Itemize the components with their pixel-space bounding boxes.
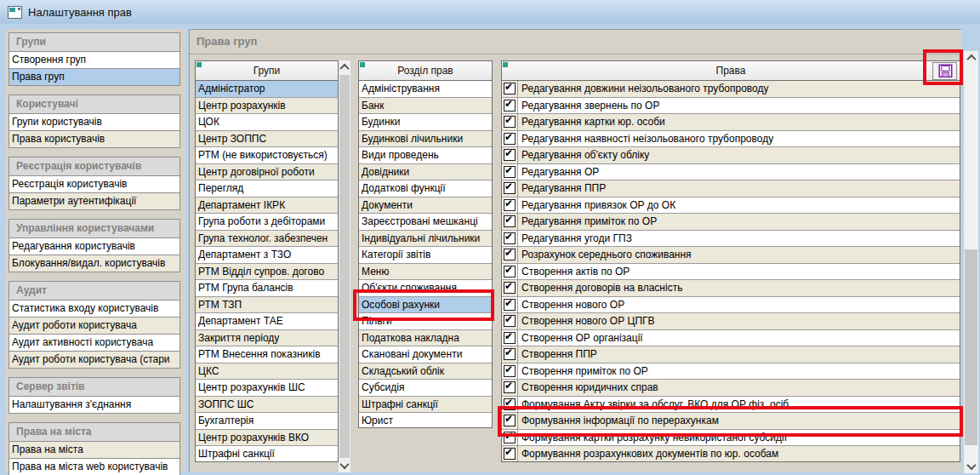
checkbox-checked[interactable] xyxy=(504,299,516,311)
sidebar-item[interactable]: Права на міста web користувачів xyxy=(9,458,179,475)
list-row[interactable]: Особові рахунки xyxy=(359,297,492,314)
scroll-up-icon[interactable] xyxy=(964,51,978,65)
list-row[interactable]: Редагування ОР xyxy=(502,164,960,181)
list-row[interactable]: Редагування ППР xyxy=(502,180,960,197)
panel-scrollbar[interactable] xyxy=(964,51,978,473)
list-row[interactable]: Редагування привязок ОР до ОК xyxy=(502,197,960,215)
sidebar-item[interactable]: Права користувачів xyxy=(9,130,179,147)
groups-scrollbar[interactable] xyxy=(339,60,350,472)
list-row[interactable]: Банк xyxy=(359,98,492,115)
checkbox-checked[interactable] xyxy=(504,83,516,94)
list-row[interactable]: Створення юридичних справ xyxy=(502,380,960,397)
scroll-down-icon[interactable] xyxy=(964,460,978,473)
sidebar-item[interactable]: Реєстрація користувачів xyxy=(9,175,179,192)
sidebar-item[interactable]: Налаштування з'єднання xyxy=(9,396,179,413)
sidebar-item[interactable]: Параметри аутентифікації xyxy=(9,192,179,209)
checkbox-checked[interactable] xyxy=(504,100,516,112)
groups-scrollbar-thumb[interactable] xyxy=(339,75,350,458)
list-row[interactable]: Створення актів по ОР xyxy=(502,264,960,281)
list-row[interactable]: Штрафні санкції xyxy=(196,446,338,462)
list-row[interactable]: Довідники xyxy=(359,164,492,181)
list-row[interactable]: Формування Акту звірки за обслуг. ВКО дл… xyxy=(502,397,960,414)
sidebar-item[interactable]: Групи користувачів xyxy=(9,113,179,130)
list-row[interactable]: Центр розрахунків xyxy=(196,98,338,115)
list-row[interactable]: Об'єкти споживання xyxy=(359,280,492,297)
checkbox-checked[interactable] xyxy=(504,232,516,244)
list-row[interactable]: Центр розрахунків ВКО xyxy=(196,430,338,447)
list-row[interactable]: Адміністратор xyxy=(196,81,338,98)
list-row[interactable]: Індивідуальні лічильники xyxy=(359,231,492,248)
sidebar-item[interactable]: Аудит активності користувача xyxy=(9,334,179,351)
checkbox-checked[interactable] xyxy=(504,415,516,426)
list-row[interactable]: Редагування угоди ГПЗ xyxy=(502,231,960,248)
list-row[interactable]: Редагування довжини неізольованого трубо… xyxy=(502,81,960,98)
list-row[interactable]: Група технолог. забезпечен xyxy=(196,231,338,248)
scroll-down-icon[interactable] xyxy=(339,459,350,472)
list-row[interactable]: Створення ППР xyxy=(502,346,960,363)
list-row[interactable]: Центр розрахунків ШС xyxy=(196,380,338,397)
checkbox-checked[interactable] xyxy=(504,398,516,410)
list-row[interactable]: Документи xyxy=(359,197,492,215)
list-row[interactable]: Скановані документи xyxy=(359,346,492,363)
list-row[interactable]: Бухгалтерія xyxy=(196,413,338,430)
list-row[interactable]: Створення приміток по ОР xyxy=(502,363,960,381)
list-row[interactable]: РТМ Група балансів xyxy=(196,280,338,297)
scroll-up-icon[interactable] xyxy=(339,60,350,74)
list-row[interactable]: Створення ОР організації xyxy=(502,330,960,347)
checkbox-checked[interactable] xyxy=(504,315,516,327)
list-row[interactable]: Центр договірної роботи xyxy=(196,164,338,181)
list-row[interactable]: Зареєстровані мешканці xyxy=(359,214,492,231)
save-button[interactable] xyxy=(932,62,957,80)
list-row[interactable]: Будинкові лічильники xyxy=(359,131,492,148)
sections-list-header[interactable]: Розділ прав xyxy=(359,61,492,81)
list-row[interactable]: Формування інформації по перерахункам xyxy=(502,413,960,430)
sidebar-item[interactable]: Права груп xyxy=(9,68,179,85)
sidebar-item[interactable]: Створення груп xyxy=(9,51,179,68)
checkbox-checked[interactable] xyxy=(504,149,516,161)
list-row[interactable]: Формування розрахункових документів по ю… xyxy=(502,446,960,462)
checkbox-checked[interactable] xyxy=(504,133,516,145)
checkbox-checked[interactable] xyxy=(504,448,516,460)
checkbox-checked[interactable] xyxy=(504,282,516,294)
list-row[interactable]: РТМ Відділ супров. догово xyxy=(196,264,338,281)
checkbox-checked[interactable] xyxy=(504,332,516,344)
panel-scrollbar-thumb[interactable] xyxy=(965,249,977,445)
list-row[interactable]: РТМ Внесення показників xyxy=(196,346,338,363)
sidebar-item[interactable]: Редагування користувачів xyxy=(9,238,179,255)
list-row[interactable]: ЦКС xyxy=(196,363,338,381)
list-row[interactable]: Категорії звітів xyxy=(359,247,492,264)
list-row[interactable]: Додаткові функції xyxy=(359,180,492,197)
list-row[interactable]: Редагування картки юр. особи xyxy=(502,114,960,131)
list-row[interactable]: Департамент ТАЕ xyxy=(196,313,338,330)
list-row[interactable]: Департамент ІКРК xyxy=(196,197,338,215)
checkbox-checked[interactable] xyxy=(504,432,516,444)
checkbox-checked[interactable] xyxy=(504,199,516,211)
checkbox-checked[interactable] xyxy=(504,215,516,227)
list-row[interactable]: Департамент з ТЗО xyxy=(196,247,338,264)
list-row[interactable]: Складський облік xyxy=(359,363,492,381)
checkbox-checked[interactable] xyxy=(504,182,516,194)
rights-list-header[interactable]: Права xyxy=(502,61,960,81)
checkbox-checked[interactable] xyxy=(504,365,516,377)
checkbox-checked[interactable] xyxy=(504,116,516,128)
list-row[interactable]: РТМ (не використовується) xyxy=(196,147,338,164)
list-row[interactable]: Пільги xyxy=(359,313,492,330)
groups-list-header[interactable]: Групи xyxy=(196,61,338,81)
list-row[interactable]: Перегляд xyxy=(196,180,338,197)
sidebar-item[interactable]: Блокування/видал. користувачів xyxy=(9,255,179,272)
sidebar-item[interactable]: Аудит роботи користувача (стари xyxy=(9,351,179,368)
list-row[interactable]: ЦОК xyxy=(196,114,338,131)
list-row[interactable]: Група роботи з дебіторами xyxy=(196,214,338,231)
list-row[interactable]: РТМ ТЗП xyxy=(196,297,338,314)
list-row[interactable]: Розрахунок середнього споживання xyxy=(502,247,960,264)
list-row[interactable]: ЗОППС ШС xyxy=(196,397,338,414)
checkbox-checked[interactable] xyxy=(504,166,516,178)
sidebar-item[interactable]: Статистика входу користувачів xyxy=(9,300,179,317)
list-row[interactable]: Закриття періоду xyxy=(196,330,338,347)
list-row[interactable]: Редагування об'єкту обліку xyxy=(502,147,960,164)
list-row[interactable]: Податкова накладна xyxy=(359,330,492,347)
checkbox-checked[interactable] xyxy=(504,381,516,393)
list-row[interactable]: Меню xyxy=(359,264,492,281)
checkbox-checked[interactable] xyxy=(504,249,516,260)
list-row[interactable]: Субсидія xyxy=(359,380,492,397)
